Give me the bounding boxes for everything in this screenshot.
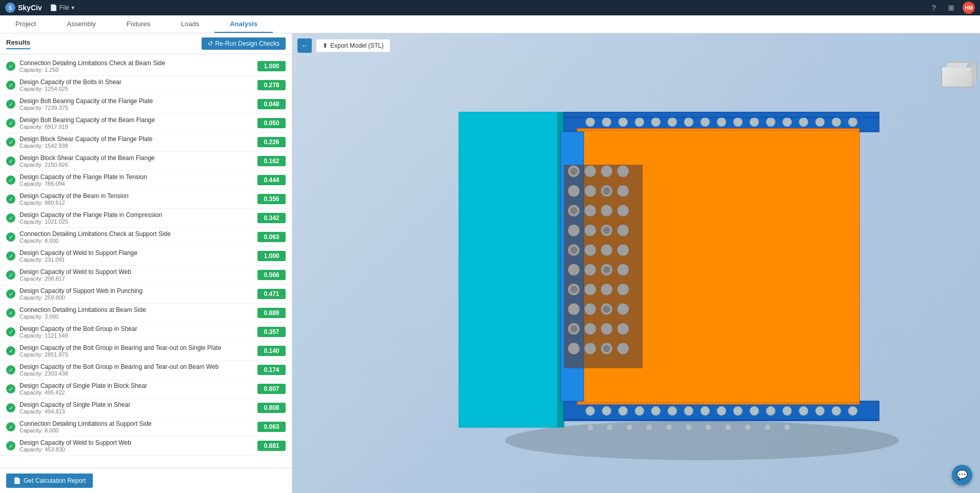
- result-value: 0.889: [257, 308, 286, 318]
- rerun-btn-label: Re-Run Design Checks: [215, 40, 279, 47]
- result-value: 0.356: [257, 194, 286, 204]
- result-title: Design Bolt Bearing Capacity of the Beam…: [19, 116, 253, 124]
- file-menu[interactable]: 📄 File ▾: [50, 4, 74, 11]
- result-capacity: Capacity: 259.800: [19, 294, 253, 301]
- result-title: Design Capacity of Support Web in Punchi…: [19, 287, 253, 294]
- results-tab[interactable]: Results: [6, 38, 30, 49]
- svg-point-23: [832, 117, 841, 127]
- result-title: Design Capacity of Single Plate in Shear: [19, 401, 253, 408]
- help-icon[interactable]: ?: [928, 2, 940, 14]
- tab-loads[interactable]: Loads: [166, 15, 214, 33]
- result-capacity: Capacity: 231.091: [19, 257, 253, 263]
- svg-point-80: [617, 323, 629, 334]
- rerun-design-checks-button[interactable]: ↺ Re-Run Design Checks: [202, 37, 286, 50]
- svg-point-18: [750, 117, 759, 127]
- result-value: 0.807: [257, 384, 286, 394]
- result-item: ✓ Design Capacity of the Flange Plate in…: [0, 209, 292, 228]
- 3d-model-svg: [292, 33, 980, 493]
- svg-point-38: [799, 406, 808, 416]
- result-item: ✓ Design Capacity of Weld to Support Web…: [0, 266, 292, 285]
- svg-point-37: [783, 406, 792, 416]
- svg-point-51: [568, 343, 579, 354]
- result-capacity: Capacity: 494.813: [19, 408, 253, 415]
- file-label: File: [59, 4, 69, 11]
- back-button[interactable]: ←: [297, 38, 312, 53]
- svg-point-97: [686, 424, 692, 431]
- export-model-button[interactable]: ⬆ Export Model (STL): [316, 39, 390, 52]
- export-icon: ⬆: [323, 42, 328, 49]
- result-value: 0.342: [257, 213, 286, 223]
- skyciv-logo[interactable]: S SkyCiv: [5, 3, 42, 13]
- result-text: Design Capacity of Support Web in Punchi…: [19, 287, 253, 301]
- svg-point-39: [815, 406, 825, 416]
- svg-point-64: [601, 205, 612, 216]
- result-text: Design Capacity of the Bolts in Shear Ca…: [19, 78, 253, 92]
- svg-point-91: [604, 345, 610, 352]
- result-text: Design Capacity of Weld to Support Flang…: [19, 249, 253, 263]
- svg-point-19: [766, 117, 775, 127]
- svg-point-73: [617, 185, 629, 197]
- svg-point-14: [684, 117, 693, 127]
- svg-point-84: [571, 247, 577, 253]
- result-text: Design Capacity of Single Plate in Shear…: [19, 401, 253, 415]
- check-icon: ✓: [6, 251, 15, 261]
- result-value: 0.881: [257, 441, 286, 451]
- result-item: ✓ Connection Detailing Limitations at Su…: [0, 418, 292, 437]
- result-item: ✓ Design Capacity of the Bolts in Shear …: [0, 76, 292, 95]
- tab-analysis[interactable]: Analysis: [214, 15, 272, 33]
- result-item: ✓ Design Block Shear Capacity of the Bea…: [0, 152, 292, 171]
- result-value: 0.140: [257, 346, 286, 356]
- get-calculation-report-button[interactable]: 📄 Get Calculation Report: [6, 474, 93, 488]
- result-capacity: Capacity: 8.000: [19, 238, 253, 244]
- tab-project[interactable]: Project: [0, 15, 51, 33]
- result-text: Design Capacity of the Bolt Group in She…: [19, 325, 253, 339]
- grid-icon[interactable]: ⊞: [945, 2, 957, 14]
- tab-fixtures[interactable]: Fixtures: [111, 15, 166, 33]
- svg-point-61: [584, 343, 596, 354]
- svg-point-55: [584, 224, 596, 236]
- result-title: Design Block Shear Capacity of the Beam …: [19, 154, 253, 162]
- result-text: Design Capacity of the Beam in Tension C…: [19, 192, 253, 206]
- svg-point-34: [733, 406, 743, 416]
- navigation-cube[interactable]: [939, 62, 975, 97]
- svg-point-43: [568, 185, 579, 197]
- svg-point-36: [766, 406, 775, 416]
- result-capacity: Capacity: 1542.938: [19, 143, 253, 149]
- svg-point-30: [668, 406, 677, 416]
- user-avatar[interactable]: HM: [963, 2, 975, 14]
- svg-point-24: [848, 117, 857, 127]
- svg-point-53: [584, 185, 596, 197]
- svg-point-13: [668, 117, 677, 127]
- result-title: Design Bolt Bearing Capacity of the Flan…: [19, 97, 253, 105]
- main: Results ↺ Re-Run Design Checks ✓ Connect…: [0, 33, 980, 493]
- tabs: Project Assembly Fixtures Loads Analysis: [0, 15, 980, 33]
- svg-point-100: [745, 424, 751, 431]
- tab-assembly[interactable]: Assembly: [51, 15, 111, 33]
- 3d-viewer: ← ⬆ Export Model (STL): [292, 33, 980, 493]
- result-value: 0.063: [257, 422, 286, 432]
- svg-point-40: [832, 406, 841, 416]
- result-item: ✓ Design Capacity of the Bolt Group in S…: [0, 323, 292, 342]
- result-value: 1.000: [257, 251, 286, 261]
- svg-point-11: [635, 117, 644, 127]
- result-text: Design Bolt Bearing Capacity of the Flan…: [19, 97, 253, 111]
- svg-point-68: [601, 284, 612, 295]
- svg-point-78: [617, 284, 629, 295]
- result-title: Connection Detailing Limitations Check a…: [19, 230, 253, 238]
- result-title: Design Capacity of Single Plate in Block…: [19, 382, 253, 389]
- check-icon: ✓: [6, 289, 15, 299]
- svg-point-88: [604, 227, 610, 234]
- check-icon: ✓: [6, 308, 15, 318]
- chat-button[interactable]: 💬: [952, 465, 972, 485]
- svg-point-47: [568, 264, 579, 275]
- svg-point-81: [617, 343, 629, 354]
- result-item: ✓ Design Capacity of Support Web in Punc…: [0, 285, 292, 304]
- result-item: ✓ Design Capacity of the Bolt Group in B…: [0, 361, 292, 380]
- results-list[interactable]: ✓ Connection Detailing Limitations Check…: [0, 54, 292, 468]
- svg-point-72: [617, 165, 629, 177]
- check-icon: ✓: [6, 365, 15, 374]
- svg-rect-1: [459, 112, 564, 427]
- user-initials: HM: [965, 5, 973, 11]
- svg-point-95: [646, 424, 653, 431]
- svg-point-86: [571, 326, 577, 332]
